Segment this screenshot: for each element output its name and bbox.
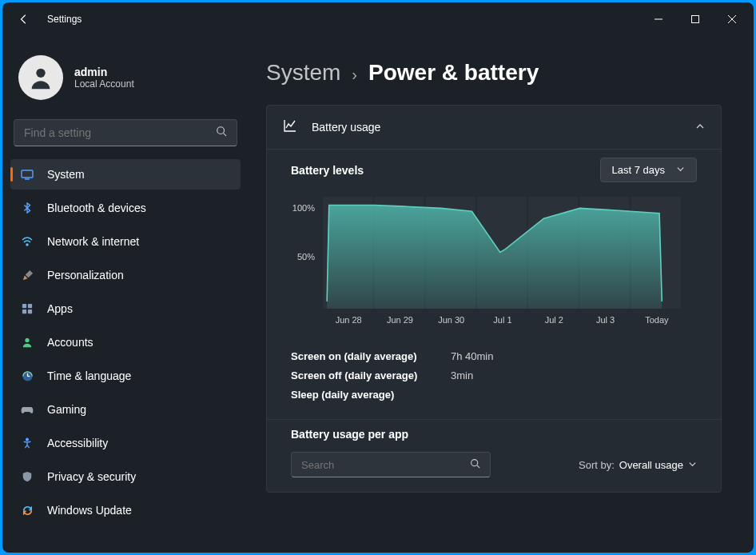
sidebar-item-label: Apps bbox=[47, 302, 73, 315]
sidebar-item-time[interactable]: Time & language bbox=[10, 361, 241, 391]
sidebar-item-label: Bluetooth & devices bbox=[47, 202, 146, 214]
screen-on-label: Screen on (daily average) bbox=[291, 347, 451, 366]
sidebar-item-label: Time & language bbox=[47, 369, 131, 382]
sidebar-item-label: Personalization bbox=[47, 269, 124, 281]
svg-point-5 bbox=[217, 127, 225, 134]
apps-icon bbox=[20, 301, 34, 316]
sidebar-item-gaming[interactable]: Gaming bbox=[10, 394, 241, 425]
maximize-button[interactable] bbox=[677, 6, 714, 32]
screen-on-value: 7h 40min bbox=[451, 347, 493, 366]
x-axis-label: Jun 28 bbox=[323, 315, 374, 325]
svg-rect-7 bbox=[22, 170, 33, 178]
sidebar-search-input[interactable] bbox=[24, 126, 216, 139]
sidebar-item-label: Privacy & security bbox=[47, 470, 136, 483]
close-button[interactable] bbox=[714, 6, 750, 32]
sidebar-item-system[interactable]: System bbox=[10, 159, 241, 190]
card-title: Battery usage bbox=[312, 121, 681, 134]
x-axis-label: Jul 1 bbox=[477, 315, 528, 325]
personalization-icon bbox=[20, 268, 34, 282]
screen-off-value: 3min bbox=[451, 366, 473, 385]
battery-usage-header[interactable]: Battery usage bbox=[267, 106, 721, 149]
account-block[interactable]: admin Local Account bbox=[10, 44, 241, 116]
account-type: Local Account bbox=[74, 78, 134, 90]
time-range-value: Last 7 days bbox=[612, 164, 666, 176]
avatar bbox=[18, 55, 63, 100]
network-icon bbox=[20, 234, 34, 249]
sort-value: Overall usage bbox=[619, 459, 683, 471]
sidebar-item-accounts[interactable]: Accounts bbox=[10, 327, 241, 357]
per-app-search-input[interactable] bbox=[301, 459, 470, 471]
battery-chart: 100% 50% Jun 28Jun 29Jun 30Jul 1Jul 2Jul… bbox=[291, 197, 697, 341]
gaming-icon bbox=[20, 402, 34, 417]
breadcrumb-separator: › bbox=[352, 66, 357, 84]
x-axis-label: Jun 29 bbox=[374, 315, 425, 325]
x-axis-labels: Jun 28Jun 29Jun 30Jul 1Jul 2Jul 3Today bbox=[323, 315, 682, 325]
svg-rect-13 bbox=[28, 309, 32, 313]
battery-per-app-section: Battery usage per app Sort by: Overall u… bbox=[267, 419, 721, 492]
svg-rect-11 bbox=[28, 304, 32, 308]
svg-rect-12 bbox=[22, 309, 26, 313]
y-axis-label-50: 50% bbox=[297, 252, 315, 262]
battery-usage-body: Battery levels Last 7 days 100% 50% bbox=[267, 149, 721, 419]
sidebar-item-label: Windows Update bbox=[47, 504, 132, 517]
time-icon bbox=[20, 369, 34, 383]
sidebar: admin Local Account System bbox=[2, 36, 249, 553]
breadcrumb-current: Power & battery bbox=[368, 60, 539, 86]
sidebar-item-label: Accessibility bbox=[47, 437, 108, 449]
sidebar-item-network[interactable]: Network & internet bbox=[10, 226, 241, 257]
sidebar-item-personalization[interactable]: Personalization bbox=[10, 260, 241, 290]
svg-line-27 bbox=[477, 465, 479, 468]
sort-label: Sort by: bbox=[579, 459, 615, 471]
sidebar-item-label: Accounts bbox=[47, 336, 94, 349]
accounts-icon bbox=[20, 335, 34, 349]
account-name: admin bbox=[74, 66, 134, 78]
breadcrumb: System › Power & battery bbox=[266, 60, 722, 86]
sidebar-item-privacy[interactable]: Privacy & security bbox=[10, 461, 241, 492]
breadcrumb-parent[interactable]: System bbox=[266, 60, 340, 86]
battery-usage-card: Battery usage Battery levels Last 7 days bbox=[266, 105, 722, 493]
chevron-down-icon bbox=[676, 164, 685, 176]
svg-point-26 bbox=[472, 460, 478, 466]
sidebar-item-bluetooth[interactable]: Bluetooth & devices bbox=[10, 193, 241, 223]
sidebar-item-label: Network & internet bbox=[47, 235, 139, 248]
minimize-button[interactable] bbox=[640, 6, 677, 32]
settings-window: Settings admin Local Account bbox=[2, 2, 754, 553]
sidebar-item-label: System bbox=[47, 168, 85, 181]
y-axis-label-100: 100% bbox=[292, 203, 315, 213]
per-app-title: Battery usage per app bbox=[291, 428, 697, 441]
sort-by-dropdown[interactable]: Sort by: Overall usage bbox=[579, 459, 697, 471]
battery-levels-title: Battery levels bbox=[291, 164, 600, 177]
battery-chart-svg[interactable] bbox=[323, 197, 682, 309]
svg-point-14 bbox=[25, 338, 29, 342]
x-axis-label: Today bbox=[631, 315, 682, 325]
sidebar-search[interactable] bbox=[14, 119, 237, 146]
time-range-dropdown[interactable]: Last 7 days bbox=[600, 158, 698, 182]
svg-rect-10 bbox=[22, 304, 26, 308]
sidebar-item-update[interactable]: Windows Update bbox=[10, 495, 241, 525]
sidebar-item-accessibility[interactable]: Accessibility bbox=[10, 428, 241, 458]
main-content: System › Power & battery Battery usage bbox=[249, 36, 754, 553]
back-button[interactable] bbox=[17, 12, 31, 26]
window-controls bbox=[640, 6, 750, 32]
chart-icon bbox=[283, 118, 297, 136]
search-icon bbox=[216, 126, 227, 140]
sidebar-item-apps[interactable]: Apps bbox=[10, 293, 241, 324]
x-axis-label: Jul 2 bbox=[528, 315, 579, 325]
sidebar-item-label: Gaming bbox=[47, 403, 86, 416]
per-app-search[interactable] bbox=[291, 452, 491, 477]
update-icon bbox=[20, 503, 34, 517]
privacy-icon bbox=[20, 469, 34, 484]
system-icon bbox=[20, 167, 34, 182]
screen-off-label: Screen off (daily average) bbox=[291, 366, 451, 385]
chevron-up-icon bbox=[695, 122, 705, 134]
battery-stats: Screen on (daily average) 7h 40min Scree… bbox=[291, 347, 697, 405]
svg-point-4 bbox=[36, 69, 45, 78]
search-icon bbox=[470, 457, 480, 472]
svg-point-18 bbox=[26, 438, 29, 441]
x-axis-label: Jul 3 bbox=[579, 315, 631, 325]
svg-line-6 bbox=[224, 134, 227, 137]
sleep-label: Sleep (daily average) bbox=[291, 385, 451, 405]
svg-point-9 bbox=[26, 244, 28, 246]
svg-rect-1 bbox=[692, 16, 699, 23]
chevron-down-icon bbox=[688, 459, 697, 471]
